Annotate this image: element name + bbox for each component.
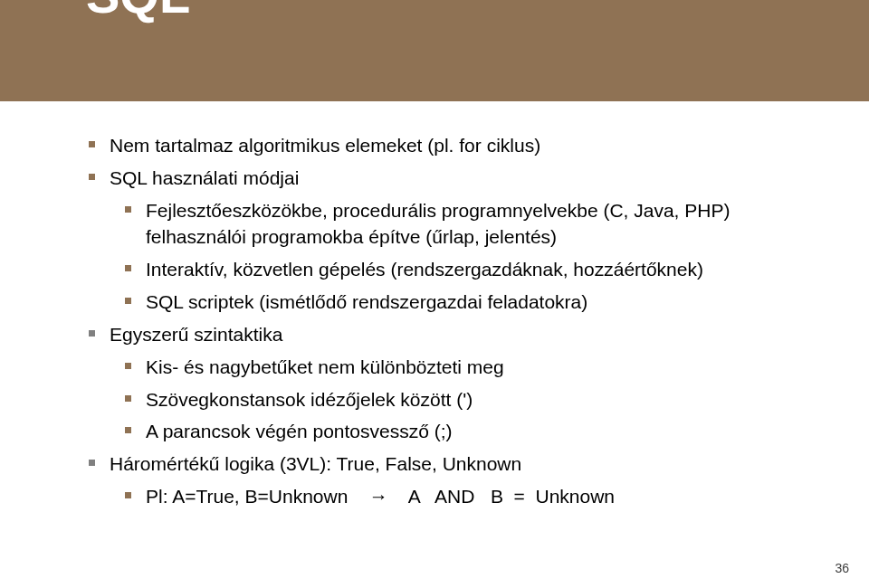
bullet-text: Háromértékű logika (3VL): True, False, U…: [110, 450, 521, 478]
square-bullet-icon: [125, 427, 131, 433]
bullet-text: Nem tartalmaz algoritmikus elemeket (pl.…: [110, 132, 540, 159]
page-number: 36: [835, 561, 849, 575]
bullet-text: Fejlesztőeszközökbe, procedurális progra…: [146, 197, 815, 251]
bullet-text: Kis- és nagybetűket nem különbözteti meg: [146, 354, 504, 381]
slide-content: Nem tartalmaz algoritmikus elemeket (pl.…: [72, 132, 815, 516]
square-bullet-icon: [89, 460, 95, 466]
bullet-text: SQL használati módjai: [110, 165, 299, 192]
square-bullet-icon: [89, 174, 95, 180]
square-bullet-icon: [125, 206, 131, 213]
bullet-item: Egyszerű szintaktika: [89, 321, 815, 348]
bullet-item: Fejlesztőeszközökbe, procedurális progra…: [125, 197, 815, 251]
bullet-item: SQL használati módjai: [89, 165, 815, 192]
bullet-item: SQL scriptek (ismétlődő rendszergazdai f…: [125, 289, 815, 316]
bullet-text: Interaktív, közvetlen gépelés (rendszerg…: [146, 256, 703, 283]
square-bullet-icon: [125, 492, 131, 498]
bullet-text: Szövegkonstansok idézőjelek között ('): [146, 386, 473, 413]
bullet-item: Szövegkonstansok idézőjelek között ('): [125, 386, 815, 413]
bullet-text: SQL scriptek (ismétlődő rendszergazdai f…: [146, 289, 587, 316]
bullet-text: Pl: A=True, B=Unknown → A AND B = Unknow…: [146, 483, 615, 510]
bullet-item: Nem tartalmaz algoritmikus elemeket (pl.…: [89, 132, 815, 159]
bullet-text: A parancsok végén pontosvessző (;): [146, 418, 453, 445]
bullet-item: Háromértékű logika (3VL): True, False, U…: [89, 450, 815, 478]
title-band: SQL: [0, 0, 869, 101]
square-bullet-icon: [89, 330, 95, 337]
square-bullet-icon: [125, 363, 131, 369]
bullet-item: Pl: A=True, B=Unknown → A AND B = Unknow…: [125, 483, 815, 510]
square-bullet-icon: [89, 141, 95, 147]
bullet-text: Egyszerű szintaktika: [110, 321, 282, 348]
bullet-item: Interaktív, közvetlen gépelés (rendszerg…: [125, 256, 815, 283]
square-bullet-icon: [125, 395, 131, 402]
square-bullet-icon: [125, 265, 131, 271]
bullet-item: Kis- és nagybetűket nem különbözteti meg: [125, 354, 815, 381]
square-bullet-icon: [125, 298, 131, 304]
bullet-item: A parancsok végén pontosvessző (;): [125, 418, 815, 445]
slide-title: SQL: [86, 0, 190, 24]
